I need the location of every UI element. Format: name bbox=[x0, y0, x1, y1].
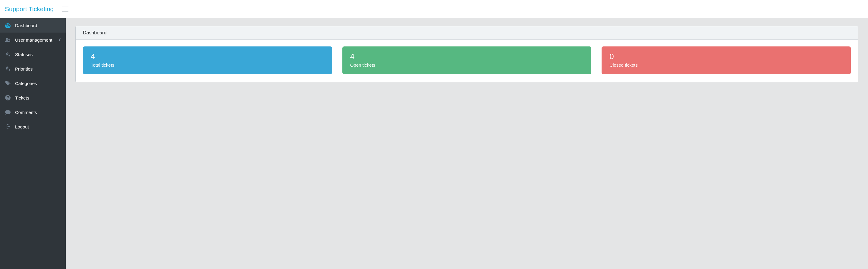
sidebar-item-comments[interactable]: Comments bbox=[0, 105, 66, 119]
sidebar-item-dashboard[interactable]: Dashboard bbox=[0, 18, 66, 33]
sidebar-item-tickets[interactable]: Tickets bbox=[0, 90, 66, 105]
svg-point-4 bbox=[8, 39, 10, 40]
stat-total-tickets: 4 Total tickets bbox=[83, 47, 332, 74]
sidebar-item-statuses[interactable]: Statuses bbox=[0, 47, 66, 62]
sidebar-item-label: Statuses bbox=[15, 52, 61, 57]
stat-value: 4 bbox=[350, 52, 584, 61]
brand-link[interactable]: Support Ticketing bbox=[4, 5, 54, 13]
chevron-left-icon bbox=[59, 38, 61, 41]
stats-row: 4 Total tickets 4 Open tickets 0 Closed … bbox=[83, 47, 851, 74]
sidebar-item-label: Tickets bbox=[15, 95, 61, 100]
stat-label: Closed tickets bbox=[610, 62, 843, 67]
cogs-icon bbox=[5, 51, 11, 57]
stat-label: Open tickets bbox=[350, 62, 584, 67]
card-body: 4 Total tickets 4 Open tickets 0 Closed … bbox=[76, 40, 858, 82]
sidebar-item-label: User management bbox=[15, 37, 59, 42]
sidebar-item-categories[interactable]: Categories bbox=[0, 76, 66, 90]
sidebar-item-label: Categories bbox=[15, 81, 61, 86]
sidebar-item-label: Priorities bbox=[15, 66, 61, 71]
svg-point-3 bbox=[6, 38, 8, 40]
cogs-icon bbox=[5, 66, 11, 72]
sidebar-item-user-management[interactable]: User management bbox=[0, 33, 66, 47]
card-header: Dashboard bbox=[76, 26, 858, 40]
dashboard-card: Dashboard 4 Total tickets 4 Open tickets… bbox=[75, 26, 858, 82]
hamburger-icon bbox=[62, 6, 68, 12]
sidebar-item-label: Dashboard bbox=[15, 23, 61, 28]
menu-toggle-button[interactable] bbox=[61, 5, 69, 13]
tachometer-icon bbox=[5, 22, 11, 28]
comment-icon bbox=[5, 109, 11, 115]
topbar: Support Ticketing bbox=[0, 0, 868, 18]
page-title: Dashboard bbox=[83, 30, 106, 35]
main-content: Dashboard 4 Total tickets 4 Open tickets… bbox=[66, 18, 868, 269]
users-icon bbox=[5, 37, 11, 43]
stat-open-tickets: 4 Open tickets bbox=[342, 47, 592, 74]
stat-label: Total tickets bbox=[91, 62, 324, 67]
stat-value: 0 bbox=[610, 52, 843, 61]
sidebar-item-logout[interactable]: Logout bbox=[0, 119, 66, 134]
stat-value: 4 bbox=[91, 52, 324, 61]
sidebar-item-label: Comments bbox=[15, 110, 61, 115]
tags-icon bbox=[5, 80, 11, 86]
sidebar-item-label: Logout bbox=[15, 124, 61, 129]
question-circle-icon bbox=[5, 95, 11, 101]
sign-out-icon bbox=[5, 124, 11, 130]
sidebar-item-priorities[interactable]: Priorities bbox=[0, 62, 66, 76]
stat-closed-tickets: 0 Closed tickets bbox=[601, 47, 851, 74]
sidebar: Dashboard User management bbox=[0, 18, 66, 269]
